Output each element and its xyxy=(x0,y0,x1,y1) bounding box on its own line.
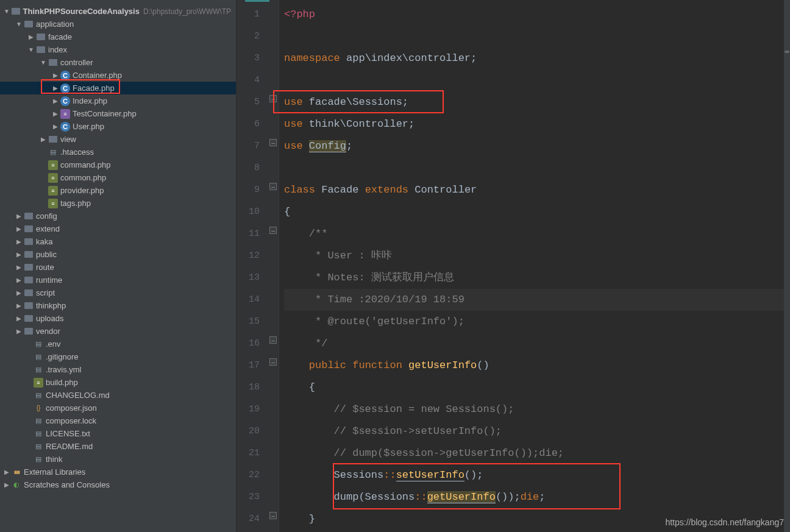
file-env[interactable]: .env xyxy=(0,338,236,350)
file-icon xyxy=(34,416,43,426)
folder-kaka[interactable]: kaka xyxy=(0,235,236,248)
folder-icon xyxy=(24,20,34,29)
file-readme[interactable]: README.md xyxy=(0,440,236,453)
code-token: // $session->setUserInfo(); xyxy=(284,425,502,437)
file-composer-lock[interactable]: composer.lock xyxy=(0,414,236,427)
folder-route[interactable]: route xyxy=(0,261,236,274)
file-gitignore[interactable]: .gitignore xyxy=(0,350,236,363)
chevron-right-icon[interactable] xyxy=(52,123,59,130)
folder-view[interactable]: view xyxy=(0,133,236,146)
folder-facade[interactable]: facade xyxy=(0,30,236,43)
chevron-right-icon[interactable] xyxy=(16,264,22,271)
chevron-right-icon[interactable] xyxy=(52,72,59,79)
fold-marker-icon[interactable]: – xyxy=(269,227,277,234)
chevron-right-icon[interactable] xyxy=(4,469,10,475)
chevron-right-icon[interactable] xyxy=(16,225,22,232)
chevron-right-icon[interactable] xyxy=(52,110,59,117)
folder-icon xyxy=(24,288,34,298)
file-travis[interactable]: .travis.yml xyxy=(0,363,236,376)
json-icon xyxy=(34,403,43,413)
file-index-php[interactable]: Index.php xyxy=(0,94,236,107)
chevron-right-icon[interactable] xyxy=(52,85,59,91)
file-changelog[interactable]: CHANGELOG.md xyxy=(0,389,236,402)
chevron-right-icon[interactable] xyxy=(16,251,22,258)
folder-script[interactable]: script xyxy=(0,286,236,299)
code-token: class xyxy=(284,184,315,196)
chevron-right-icon[interactable] xyxy=(16,315,22,322)
folder-icon xyxy=(48,135,58,144)
file-command[interactable]: command.php xyxy=(0,158,236,171)
project-root[interactable]: ThinkPHPSourceCodeAnalysis D:\phpstudy_p… xyxy=(0,5,236,18)
fold-marker-icon[interactable]: – xyxy=(269,512,277,519)
folder-icon xyxy=(48,58,58,68)
external-libraries[interactable]: External Libraries xyxy=(0,466,236,478)
chevron-down-icon[interactable] xyxy=(28,46,34,53)
folder-controller[interactable]: controller xyxy=(0,56,236,69)
code-token: public xyxy=(284,360,346,371)
folder-extend[interactable]: extend xyxy=(0,222,236,235)
project-tree[interactable]: ThinkPHPSourceCodeAnalysis D:\phpstudy_p… xyxy=(0,0,237,532)
file-tags[interactable]: tags.php xyxy=(0,197,236,210)
code-area[interactable]: <?php namespace app\index\controller; us… xyxy=(279,0,790,532)
file-provider[interactable]: provider.php xyxy=(0,184,236,197)
chevron-down-icon[interactable] xyxy=(4,8,10,15)
php-file-icon xyxy=(48,160,58,170)
fold-marker-icon[interactable]: – xyxy=(269,183,277,190)
file-container[interactable]: Container.php xyxy=(0,69,236,82)
file-think[interactable]: think xyxy=(0,453,236,466)
folder-thinkphp[interactable]: thinkphp xyxy=(0,299,236,312)
chevron-down-icon[interactable] xyxy=(16,21,22,27)
code-token: Config xyxy=(309,140,346,152)
folder-public[interactable]: public xyxy=(0,248,236,261)
folder-uploads[interactable]: uploads xyxy=(0,312,236,325)
file-license[interactable]: LICENSE.txt xyxy=(0,427,236,440)
scrollbar-thumb[interactable] xyxy=(785,51,789,53)
fold-marker-icon[interactable]: – xyxy=(269,358,277,366)
chevron-right-icon[interactable] xyxy=(16,213,22,219)
chevron-right-icon[interactable] xyxy=(40,136,46,143)
chevron-right-icon[interactable] xyxy=(16,289,22,296)
folder-config[interactable]: config xyxy=(0,210,236,222)
file-composer-json[interactable]: composer.json xyxy=(0,402,236,414)
line-gutter: 1234 5678 9101112 13141516 17181920 2122… xyxy=(237,0,268,532)
fold-marker-icon[interactable]: – xyxy=(269,139,277,146)
folder-icon xyxy=(36,32,46,42)
folder-application[interactable]: application xyxy=(0,18,236,30)
code-editor[interactable]: 1234 5678 9101112 13141516 17181920 2122… xyxy=(237,0,790,532)
editor-scrollbar[interactable] xyxy=(784,0,790,532)
chevron-right-icon[interactable] xyxy=(16,277,22,283)
folder-runtime[interactable]: runtime xyxy=(0,274,236,286)
project-name: ThinkPHPSourceCodeAnalysis xyxy=(23,7,140,16)
fold-column[interactable]: – – – – – – – xyxy=(268,0,279,532)
chevron-down-icon[interactable] xyxy=(40,59,46,66)
file-icon xyxy=(34,352,43,362)
chevron-right-icon[interactable] xyxy=(16,302,22,309)
file-icon xyxy=(34,365,43,375)
code-token: function xyxy=(346,360,402,371)
folder-icon xyxy=(36,45,46,55)
file-common[interactable]: common.php xyxy=(0,171,236,184)
folder-icon xyxy=(24,224,34,234)
file-build[interactable]: build.php xyxy=(0,376,236,389)
annotation-highlight-use xyxy=(273,90,444,113)
chevron-right-icon[interactable] xyxy=(28,34,34,40)
code-token: { xyxy=(284,206,290,218)
folder-index[interactable]: index xyxy=(0,43,236,56)
chevron-right-icon[interactable] xyxy=(4,481,10,488)
file-icon xyxy=(34,455,43,464)
markdown-icon xyxy=(34,391,43,400)
folder-icon xyxy=(24,263,34,272)
file-htaccess[interactable]: .htaccess xyxy=(0,146,236,158)
chevron-right-icon[interactable] xyxy=(52,98,59,104)
scratches-consoles[interactable]: Scratches and Consoles xyxy=(0,478,236,491)
file-testcontainer[interactable]: TestContainer.php xyxy=(0,107,236,120)
chevron-right-icon[interactable] xyxy=(16,328,22,335)
folder-vendor[interactable]: vendor xyxy=(0,325,236,338)
code-token: // dump($session->getUserInfo());die; xyxy=(284,447,564,459)
file-user[interactable]: User.php xyxy=(0,120,236,133)
file-facade[interactable]: Facade.php xyxy=(0,82,236,94)
code-token: extends xyxy=(365,184,408,196)
fold-marker-icon[interactable]: – xyxy=(269,336,277,344)
chevron-right-icon[interactable] xyxy=(16,238,22,245)
folder-icon xyxy=(24,301,34,311)
